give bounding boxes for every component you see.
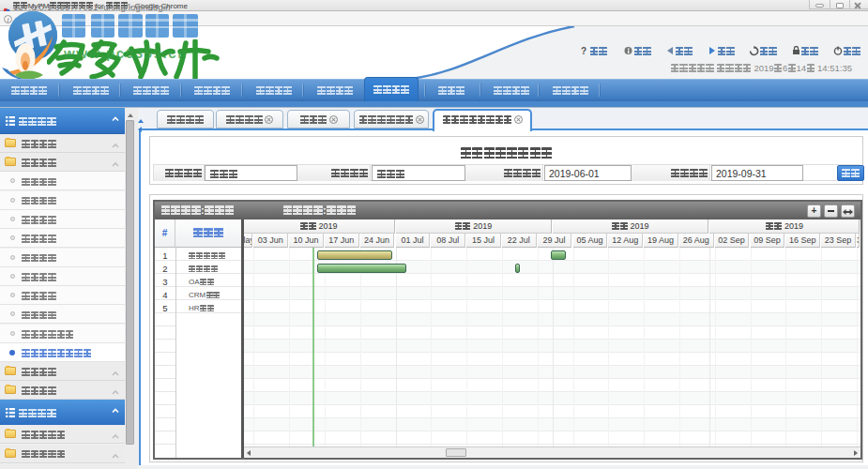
svg-text:?: ? [581, 46, 586, 55]
